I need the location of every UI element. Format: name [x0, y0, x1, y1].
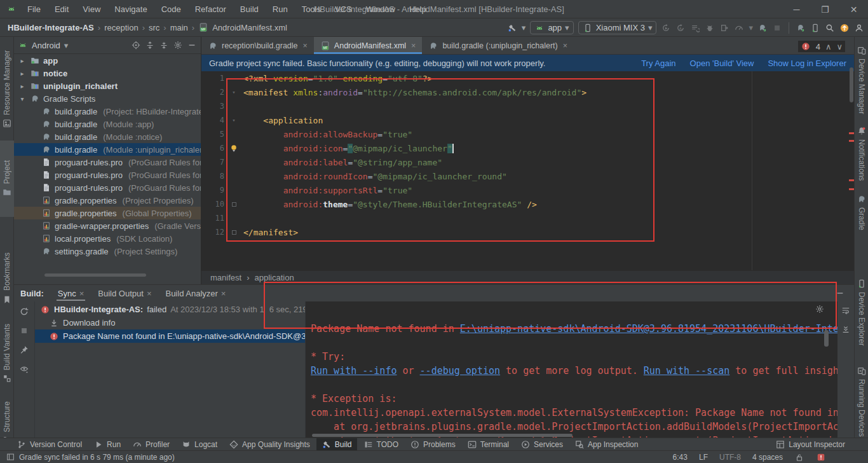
close-button[interactable]: ✕ — [839, 0, 868, 18]
hide-panel-icon[interactable] — [835, 288, 845, 298]
build-tree-row[interactable]: HBuilder-Integrate-AS: failed At 2023/12… — [35, 303, 305, 316]
inspection-widget[interactable]: 4 ∧ ∨ — [798, 41, 845, 52]
code-line[interactable]: 1<?xml version="1.0" encoding="utf-8"?> — [201, 71, 854, 85]
toolwindow-button-services[interactable]: Services — [515, 438, 568, 451]
scroll-to-end-icon[interactable] — [841, 324, 851, 335]
tree-item[interactable]: ▸notice — [14, 67, 201, 79]
toolwindow-button-app-quality-insights[interactable]: App Quality Insights — [224, 438, 315, 451]
soft-wrap-icon[interactable] — [841, 305, 851, 315]
indent-setting[interactable]: 4 spaces — [752, 453, 783, 462]
view-options-icon[interactable] — [19, 364, 29, 374]
console-hscrollbar-thumb[interactable] — [312, 434, 573, 437]
editor-breadcrumb-item[interactable]: application — [254, 273, 294, 282]
close-icon[interactable]: × — [147, 289, 152, 298]
editor-scrollbar[interactable] — [849, 55, 854, 254]
build-tree-row[interactable]: Package Name not found in E:\uniapp-nati… — [35, 329, 305, 343]
tree-item[interactable]: build.gradle(Module :notice) — [14, 130, 201, 143]
search-everywhere-button[interactable] — [825, 23, 835, 33]
build-dropdown-arrow[interactable]: ▾ — [522, 23, 526, 32]
project-view-selector[interactable]: Android — [32, 41, 60, 50]
run-button[interactable] — [661, 23, 671, 33]
tree-item[interactable]: build.gradle(Module :uniplugin_richalert — [14, 143, 201, 156]
device-selector[interactable]: Xiaomi MIX 3▾ — [578, 21, 657, 34]
menu-item-code[interactable]: Code — [156, 2, 187, 17]
file-encoding[interactable]: UTF-8 — [719, 453, 741, 462]
tree-item[interactable]: gradle-wrapper.properties(Gradle Vers — [14, 219, 201, 232]
locate-file-icon[interactable] — [131, 40, 141, 50]
stop-button[interactable] — [772, 23, 782, 33]
menu-item-view[interactable]: View — [77, 2, 106, 17]
minimize-button[interactable]: ─ — [782, 0, 811, 18]
code-line[interactable]: 10 android:theme="@style/Theme.HBuilderI… — [201, 197, 854, 211]
tree-item[interactable]: ▾Gradle Scripts — [14, 92, 201, 105]
tree-item[interactable]: local.properties(SDK Location) — [14, 232, 201, 245]
code-line[interactable]: 11 — [201, 211, 854, 225]
toolwindow-button-problems[interactable]: Problems — [405, 438, 461, 451]
tree-arrow-icon[interactable]: ▸ — [18, 57, 27, 64]
tree-item[interactable]: proguard-rules.pro(ProGuard Rules for — [14, 181, 201, 194]
line-separator[interactable]: LF — [699, 453, 708, 462]
tool-stripe-gradle[interactable]: Gradle — [855, 190, 868, 235]
code-line[interactable]: 9 android:supportsRtl="true" — [201, 183, 854, 197]
close-icon[interactable]: × — [79, 289, 85, 298]
chevron-down-icon[interactable]: ▾ — [64, 41, 69, 50]
tree-item[interactable]: ▸app — [14, 54, 201, 67]
console-link[interactable]: Run with --info — [311, 365, 397, 377]
code-editor[interactable]: 1<?xml version="1.0" encoding="utf-8"?>2… — [201, 71, 854, 270]
toolwindow-button-terminal[interactable]: Terminal — [462, 438, 514, 451]
editor-scrollbar-thumb[interactable] — [850, 67, 853, 102]
toolwindow-button-version-control[interactable]: Version Control — [11, 438, 87, 451]
console-link[interactable]: --debug option — [420, 365, 500, 377]
menu-item-navigate[interactable]: Navigate — [109, 2, 153, 17]
stop-icon[interactable] — [19, 326, 29, 336]
console-link[interactable]: E:\uniapp-native-sdk\Android-SDK@3.96.81… — [460, 323, 837, 335]
notifications-badge-icon[interactable] — [816, 452, 826, 462]
prev-error-icon[interactable]: ∧ — [825, 42, 832, 52]
tree-item[interactable]: proguard-rules.pro(ProGuard Rules for — [14, 169, 201, 181]
hide-panel-icon[interactable] — [187, 40, 197, 50]
gear-icon[interactable] — [173, 40, 183, 50]
project-horizontal-scrollbar[interactable] — [44, 273, 146, 277]
gear-icon[interactable] — [815, 304, 825, 314]
tool-stripe-resource-manager[interactable]: Resource Manager — [0, 40, 14, 139]
build-tab-build-analyzer[interactable]: Build Analyzer× — [159, 286, 232, 301]
profiler-button[interactable] — [734, 23, 744, 33]
profile-button[interactable] — [854, 23, 864, 33]
tool-stripe-project[interactable]: Project — [0, 141, 14, 217]
build-console[interactable]: Package Name not found in E:\uniapp-nati… — [305, 301, 837, 438]
editor-breadcrumb-item[interactable]: manifest — [210, 273, 241, 282]
tree-item[interactable]: build.gradle(Project: HBuilder-Integrate — [14, 105, 201, 118]
code-line[interactable]: 4▾ <application — [201, 113, 854, 127]
breadcrumb-item[interactable]: src — [149, 23, 159, 32]
debug-button[interactable] — [705, 23, 715, 33]
toolwindow-button-profiler[interactable]: Profiler — [127, 438, 175, 451]
breadcrumb-item[interactable]: AndroidManifest.xml — [212, 23, 287, 32]
tool-stripe-bookmarks[interactable]: Bookmarks — [0, 244, 14, 314]
tree-item[interactable]: build.gradle(Module :app) — [14, 118, 201, 130]
build-project-icon[interactable] — [690, 23, 700, 33]
banner-link[interactable]: Show Log in Explorer — [768, 59, 846, 68]
lock-icon[interactable] — [794, 452, 804, 462]
error-stripe-mark[interactable] — [849, 132, 854, 134]
build-tree-row[interactable]: Download info — [35, 316, 305, 329]
code-line[interactable]: 8 android:roundIcon="@mipmap/ic_launcher… — [201, 169, 854, 183]
toolwindow-button-run[interactable]: Run — [88, 438, 126, 451]
menu-item-run[interactable]: Run — [267, 2, 294, 17]
toolwindow-button-build[interactable]: Build — [316, 438, 357, 451]
tree-item[interactable]: proguard-rules.pro(ProGuard Rules for — [14, 156, 201, 169]
sync-gradle-button[interactable] — [757, 23, 768, 33]
close-icon[interactable]: × — [563, 41, 567, 50]
tool-stripe-notifications[interactable]: Notifications — [855, 118, 868, 188]
toolwindow-button-layout-inspector[interactable]: Layout Inspector — [770, 438, 850, 451]
tree-arrow-icon[interactable]: ▸ — [18, 83, 27, 90]
tree-item[interactable]: ▸uniplugin_richalert — [14, 79, 201, 92]
menu-item-edit[interactable]: Edit — [49, 2, 74, 17]
apply-changes-button[interactable]: A — [675, 23, 686, 33]
tree-arrow-icon[interactable]: ▸ — [18, 70, 27, 77]
sync-project-icon[interactable] — [796, 23, 806, 33]
build-tab-sync[interactable]: Sync× — [51, 286, 91, 301]
close-icon[interactable]: × — [303, 41, 308, 50]
code-line[interactable]: 7 android:label="@string/app_name" — [201, 155, 854, 169]
tree-item[interactable]: gradle.properties(Project Properties) — [14, 194, 201, 207]
close-icon[interactable]: × — [221, 289, 226, 298]
